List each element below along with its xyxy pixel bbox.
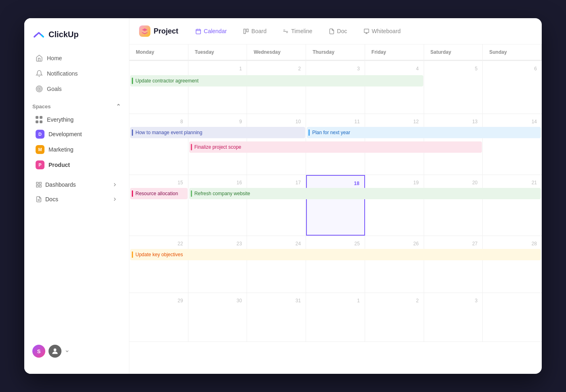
- week1-cell-3: 3: [306, 61, 365, 114]
- day-friday: Friday: [372, 49, 386, 55]
- day-header-tuesday: Tuesday: [188, 44, 247, 60]
- day-header-wednesday: Wednesday: [247, 44, 306, 60]
- week4-cell-3: 25: [306, 236, 365, 293]
- week4-cell-0: 22: [129, 236, 188, 293]
- everything-icon: [36, 116, 43, 123]
- tab-doc-label: Doc: [337, 28, 347, 34]
- day-header-thursday: Thursday: [306, 44, 365, 60]
- day-header-monday: Monday: [129, 44, 188, 60]
- everything-label: Everything: [47, 116, 74, 123]
- tab-whiteboard[interactable]: Whiteboard: [359, 25, 405, 37]
- calendar-header: Monday Tuesday Wednesday Thursday Friday: [129, 44, 542, 61]
- week4-cell-2: 24: [247, 236, 306, 293]
- home-label: Home: [47, 55, 62, 61]
- sidebar-item-docs[interactable]: Docs: [27, 192, 126, 207]
- week2-cell-0: 8: [129, 114, 188, 175]
- day-header-sunday: Sunday: [483, 44, 542, 60]
- sidebar-item-development[interactable]: D Development: [27, 126, 126, 142]
- dashboards-icon: [36, 181, 42, 188]
- event-update-objectives[interactable]: Update key objectives: [130, 249, 541, 260]
- development-label: Development: [49, 131, 82, 137]
- day-wednesday: Wednesday: [253, 49, 280, 55]
- main-content: Project Calendar Board Timeline: [129, 18, 542, 374]
- week4-cell-5: 27: [424, 236, 483, 293]
- event-plan-next-year-label: Plan for next year: [312, 130, 350, 135]
- svg-rect-10: [196, 29, 201, 34]
- week5-cell-5: 3: [424, 293, 483, 341]
- user-avatar-2: [49, 345, 61, 358]
- app-name: ClickUp: [49, 30, 78, 39]
- user-area[interactable]: S: [24, 338, 129, 364]
- development-badge: D: [36, 130, 44, 139]
- week4-cell-4: 26: [365, 236, 424, 293]
- day-header-saturday: Saturday: [424, 44, 483, 60]
- event-update-objectives-label: Update key objectives: [135, 252, 183, 257]
- sidebar-item-dashboards[interactable]: Dashboards: [27, 177, 126, 192]
- tab-timeline[interactable]: Timeline: [279, 25, 316, 37]
- day-thursday: Thursday: [313, 49, 334, 55]
- docs-chevron-icon: [112, 196, 118, 202]
- timeline-tab-icon: [283, 28, 289, 34]
- week-row-3: 15 16 17 18 19 20 21 Resource allocation: [129, 175, 542, 236]
- day-header-friday: Friday: [365, 44, 424, 60]
- week3-cell-6: 21: [483, 175, 542, 236]
- project-icon: [139, 25, 150, 37]
- sidebar-item-notifications[interactable]: Notifications: [27, 66, 126, 81]
- cube-icon: [142, 28, 148, 34]
- top-bar: Project Calendar Board Timeline: [129, 18, 542, 44]
- event-resource-label: Resource allocation: [135, 191, 178, 196]
- product-badge: P: [36, 160, 44, 169]
- dashboards-chevron-icon: [112, 182, 118, 188]
- calendar-tab-icon: [195, 28, 201, 34]
- event-update-contractor-label: Update contractor agreement: [135, 78, 199, 84]
- goals-icon: [36, 85, 43, 93]
- event-finalize-project[interactable]: Finalize project scope: [189, 141, 482, 153]
- product-letter: P: [38, 162, 41, 167]
- sidebar-item-goals[interactable]: Goals: [27, 81, 126, 97]
- spaces-chevron[interactable]: ⌃: [116, 103, 121, 110]
- tab-calendar-label: Calendar: [204, 28, 227, 34]
- marketing-badge: M: [36, 145, 44, 154]
- marketing-label: Marketing: [49, 146, 73, 153]
- docs-label: Docs: [45, 196, 58, 202]
- sidebar: ClickUp Home Notifications Goals Spaces …: [24, 18, 129, 374]
- event-resource-allocation[interactable]: Resource allocation: [130, 188, 188, 199]
- week5-cell-2: 31: [247, 293, 306, 341]
- event-finalize-project-label: Finalize project scope: [194, 144, 241, 150]
- svg-point-1: [38, 87, 41, 91]
- event-plan-next-year[interactable]: Plan for next year: [307, 127, 541, 138]
- development-letter: D: [38, 132, 42, 137]
- event-event-planning-label: How to manage event planning: [135, 130, 202, 135]
- week-row-1: 1 2 3 4 5 6 Update contractor agreement: [129, 61, 542, 114]
- board-tab-icon: [243, 28, 249, 34]
- tab-board-label: Board: [251, 28, 266, 34]
- tab-calendar[interactable]: Calendar: [191, 25, 231, 37]
- day-saturday: Saturday: [431, 49, 451, 55]
- product-label: Product: [49, 162, 70, 168]
- event-event-planning[interactable]: How to manage event planning: [130, 127, 305, 138]
- user-dropdown-icon[interactable]: [65, 349, 70, 354]
- sidebar-item-product[interactable]: P Product: [27, 157, 126, 173]
- whiteboard-tab-icon: [363, 28, 370, 34]
- sidebar-item-home[interactable]: Home: [27, 51, 126, 66]
- event-update-contractor[interactable]: Update contractor agreement: [130, 75, 423, 86]
- tab-doc[interactable]: Doc: [325, 25, 351, 37]
- clickup-logo-icon: [32, 28, 45, 41]
- sidebar-item-everything[interactable]: Everything: [27, 113, 126, 126]
- tab-board[interactable]: Board: [239, 25, 270, 37]
- user-avatar-1: S: [32, 345, 45, 358]
- week1-cell-1: 1: [188, 61, 247, 114]
- week2-cell-6: 14: [483, 114, 542, 175]
- calendar-area[interactable]: Monday Tuesday Wednesday Thursday Friday: [129, 44, 542, 374]
- week1-cell-4: 4: [365, 61, 424, 114]
- view-title: Project: [139, 25, 178, 37]
- week1-cell-6: 6: [483, 61, 542, 114]
- sidebar-sections: Dashboards Docs: [24, 177, 129, 207]
- week-row-2: 8 9 10 11 12 13 14 How to manage event p…: [129, 114, 542, 175]
- tab-whiteboard-label: Whiteboard: [372, 28, 401, 34]
- goals-label: Goals: [47, 86, 62, 92]
- week-row-5: 29 30 31 1 2 3: [129, 293, 542, 342]
- event-refresh-website[interactable]: Refresh company website: [189, 188, 541, 199]
- sidebar-item-marketing[interactable]: M Marketing: [27, 142, 126, 157]
- notifications-label: Notifications: [47, 70, 78, 77]
